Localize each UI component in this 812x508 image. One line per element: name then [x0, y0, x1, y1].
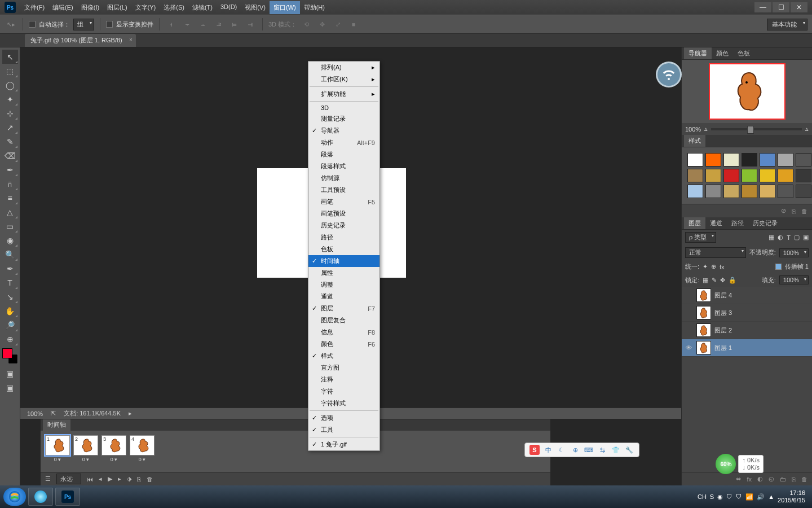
align-icon[interactable]: ⫟ [181, 18, 193, 30]
menu-item-信息[interactable]: 信息F8 [308, 326, 379, 338]
taskbar-app-photoshop[interactable]: Ps [55, 488, 80, 506]
screen-mode-icon[interactable]: ▣ [2, 380, 18, 395]
layer-visibility-icon[interactable]: 👁 [684, 344, 693, 351]
auto-select-checkbox[interactable] [29, 21, 36, 28]
start-button[interactable] [3, 488, 26, 506]
navigator-zoom-slider[interactable] [711, 128, 802, 130]
style-swatch[interactable] [742, 169, 757, 182]
panel-tab-历史记录[interactable]: 历史记录 [748, 217, 782, 229]
menu-编辑(E)[interactable]: 编辑(E) [48, 1, 77, 14]
panel-tab-颜色[interactable]: 颜色 [712, 47, 733, 59]
menu-item-颜色[interactable]: 颜色F6 [308, 338, 379, 350]
menu-item-图层复合[interactable]: 图层复合 [308, 314, 379, 326]
link-layers-icon[interactable]: ⇔ [736, 475, 741, 483]
menu-item-导航器[interactable]: ✓导航器 [308, 125, 379, 137]
style-swatch[interactable] [723, 153, 739, 167]
timeline-tab[interactable]: 时间轴 [43, 419, 70, 431]
network-monitor-badge[interactable]: 60% ↑ 0K/s ↓ 0K/s [716, 454, 764, 474]
align-icon[interactable]: ⫞ [165, 18, 178, 30]
menu-item-历史记录[interactable]: 历史记录 [308, 220, 379, 231]
maximize-button[interactable]: ☐ [773, 2, 789, 12]
auto-select-dropdown[interactable]: 组 [73, 19, 94, 30]
style-swatch[interactable] [723, 185, 739, 198]
menu-item-调整[interactable]: 调整 [308, 279, 379, 291]
fill-value[interactable]: 100% [779, 275, 809, 284]
ime-item-icon[interactable]: 中 [543, 445, 553, 455]
filter-smart-icon[interactable]: ▣ [803, 234, 809, 241]
play-icon[interactable]: ▶ [108, 475, 112, 483]
lock-all-icon[interactable]: 🔒 [729, 277, 736, 284]
menu-item-路径[interactable]: 路径 [308, 231, 379, 243]
menu-item-画笔[interactable]: 画笔F5 [308, 196, 379, 208]
layer-row[interactable]: 图层 4 [682, 287, 812, 304]
menu-item-画笔预设[interactable]: 画笔预设 [308, 208, 379, 220]
menu-item-字符样式[interactable]: 字符样式 [308, 397, 379, 409]
tool-6[interactable]: ✎ [2, 134, 18, 148]
lock-pixels-icon[interactable]: ▦ [703, 277, 708, 284]
style-swatch[interactable] [687, 169, 703, 182]
3d-icon[interactable]: ✥ [316, 18, 328, 30]
tool-8[interactable]: ✒ [2, 163, 18, 177]
style-swatch[interactable] [796, 185, 811, 198]
layer-row[interactable]: 👁图层 1 [682, 339, 812, 357]
ime-item-icon[interactable]: ⌨ [584, 445, 594, 455]
adjustment-icon[interactable]: ◵ [769, 475, 774, 483]
menu-item-直方图[interactable]: 直方图 [308, 362, 379, 374]
ime-item-icon[interactable]: 🔧 [624, 445, 634, 455]
layer-row[interactable]: 图层 3 [682, 304, 812, 322]
tween-icon[interactable]: ⬗ [127, 475, 131, 483]
menu-图像(I)[interactable]: 图像(I) [77, 1, 103, 14]
style-swatch[interactable] [760, 185, 775, 198]
ime-item-icon[interactable]: ⊕ [570, 445, 580, 455]
menu-item-注释[interactable]: 注释 [308, 374, 379, 386]
tool-18[interactable]: ✋ [2, 304, 18, 318]
filter-type-icon[interactable]: T [787, 234, 791, 241]
layer-thumbnail[interactable] [696, 341, 711, 354]
delete-layer-icon[interactable]: 🗑 [801, 476, 807, 483]
tray-icon[interactable]: S [710, 493, 714, 500]
panel-tab-路径[interactable]: 路径 [727, 217, 748, 229]
panel-tab-色板[interactable]: 色板 [733, 47, 754, 59]
ime-logo-icon[interactable]: S [529, 445, 540, 455]
loop-dropdown[interactable]: 永远 [56, 474, 81, 484]
menu-窗口(W)[interactable]: 窗口(W) [270, 1, 300, 14]
minimize-button[interactable]: ― [754, 2, 771, 12]
3d-icon[interactable]: ■ [347, 18, 360, 30]
timeline-frame[interactable]: 40 ▾ [130, 435, 155, 462]
propagate-checkbox[interactable] [775, 264, 782, 270]
align-icon[interactable]: ⫠ [197, 18, 209, 30]
tray-icon[interactable]: CH [698, 493, 707, 500]
timeline-menu-icon[interactable]: ☰ [45, 475, 51, 483]
style-swatch[interactable] [705, 169, 721, 182]
tool-20[interactable]: ⊕ [2, 332, 18, 346]
delete-style-icon[interactable]: 🗑 [801, 208, 807, 214]
zoom-in-icon[interactable]: ▵ [805, 125, 809, 133]
opacity-value[interactable]: 100% [779, 248, 809, 257]
ime-item-icon[interactable]: ⇆ [597, 445, 607, 455]
panel-tab-通道[interactable]: 通道 [705, 217, 727, 229]
first-frame-icon[interactable]: ⏮ [87, 476, 93, 483]
taskbar-app-browser[interactable] [28, 488, 53, 506]
close-button[interactable]: ✕ [791, 2, 807, 12]
zoom-out-icon[interactable]: ▵ [704, 125, 708, 133]
tool-1[interactable]: ⬚ [2, 64, 18, 78]
lock-position-icon[interactable]: ✥ [720, 277, 725, 284]
style-swatch[interactable] [742, 153, 757, 167]
panel-tab-导航器[interactable]: 导航器 [684, 47, 712, 59]
next-frame-icon[interactable]: ▸ [118, 475, 121, 483]
tray-icon[interactable]: ⛉ [726, 493, 732, 500]
navigator-thumbnail[interactable] [709, 63, 785, 120]
menu-文字(Y)[interactable]: 文字(Y) [131, 1, 160, 14]
align-icon[interactable]: ⫣ [244, 18, 257, 30]
tool-7[interactable]: ⌫ [2, 148, 18, 163]
menu-item-测量记录[interactable]: 测量记录 [308, 113, 379, 125]
menu-item-工具预设[interactable]: 工具预设 [308, 184, 379, 196]
style-swatch[interactable] [742, 185, 757, 198]
style-swatch[interactable] [705, 153, 721, 167]
tool-3[interactable]: ✦ [2, 92, 18, 106]
tray-icon[interactable]: 🔊 [757, 493, 765, 501]
style-swatch[interactable] [778, 153, 793, 167]
menu-item-仿制源[interactable]: 仿制源 [308, 172, 379, 184]
mask-icon[interactable]: ◐ [757, 475, 763, 483]
unity-icon[interactable]: fx [720, 264, 725, 270]
